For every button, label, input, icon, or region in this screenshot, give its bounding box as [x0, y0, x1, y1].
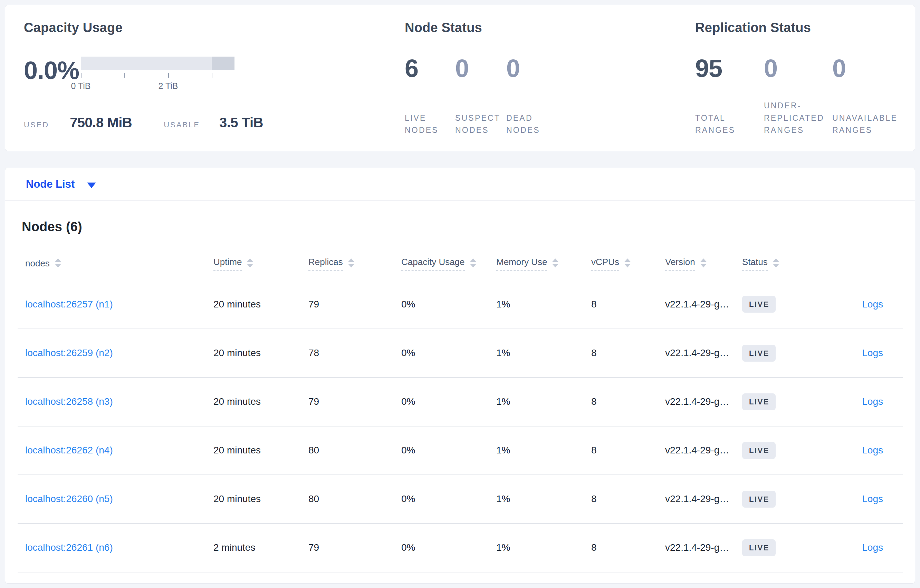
status-badge: LIVE: [742, 393, 776, 410]
uptime-cell: 20 minutes: [214, 280, 308, 329]
dead-nodes-label: DEAD NODES: [506, 112, 551, 137]
tick-1tib: [124, 73, 125, 78]
sort-arrows-icon[interactable]: [247, 258, 253, 267]
capacity-gauge: 0.0% 0 TiB 2 TiB: [24, 54, 405, 92]
column-header-version[interactable]: Version: [665, 247, 742, 280]
node-link[interactable]: localhost:26260 (n5): [25, 493, 113, 504]
logs-link[interactable]: Logs: [862, 396, 883, 407]
memory-cell: 1%: [496, 426, 591, 475]
uptime-cell: 20 minutes: [214, 426, 308, 475]
replicas-cell: 79: [308, 523, 401, 572]
node-link[interactable]: localhost:26262 (n4): [25, 445, 113, 456]
node-status-stats: 6 LIVE NODES 0 SUSPECT NODES 0 DEAD NODE…: [405, 56, 695, 137]
logs-link[interactable]: Logs: [862, 445, 883, 456]
memory-cell: 1%: [496, 378, 591, 426]
usable-label: USABLE: [164, 120, 200, 129]
status-badge: LIVE: [742, 345, 776, 362]
status-badge: LIVE: [742, 540, 776, 556]
vcpus-cell: 8: [591, 426, 665, 475]
capacity-bar: [81, 57, 235, 70]
vcpus-cell: 8: [591, 475, 665, 523]
tick-0tib: [81, 73, 81, 78]
sort-arrows-icon[interactable]: [348, 258, 354, 267]
replicas-cell: 80: [308, 426, 401, 475]
sort-arrows-icon[interactable]: [470, 258, 476, 267]
uptime-cell: 20 minutes: [214, 475, 308, 523]
caret-down-icon[interactable]: [87, 183, 96, 188]
node-list-dropdown[interactable]: Node List: [26, 178, 75, 191]
used-label: USED: [24, 120, 49, 129]
status-badge: LIVE: [742, 296, 776, 313]
vcpus-cell: 8: [591, 378, 665, 426]
capacity-metrics: USED 750.8 MiB USABLE 3.5 TiB: [24, 115, 405, 131]
version-cell: v22.1.4-29-g…: [665, 280, 742, 329]
column-header-uptime[interactable]: Uptime: [214, 247, 308, 280]
column-header-status[interactable]: Status: [742, 247, 821, 280]
sort-arrows-icon[interactable]: [773, 258, 779, 267]
column-header-vcpus[interactable]: vCPUs: [591, 247, 665, 280]
node-link[interactable]: localhost:26261 (n6): [25, 542, 113, 553]
tick-2tib: [168, 73, 169, 78]
live-nodes-value: 6: [405, 56, 448, 81]
uptime-cell: 20 minutes: [214, 329, 308, 378]
capacity-axis-labels: 0 TiB 2 TiB: [81, 81, 235, 92]
sort-arrows-icon[interactable]: [624, 258, 631, 267]
under-replicated-label: UNDER-REPLICATED RANGES: [764, 100, 825, 137]
logs-link[interactable]: Logs: [862, 542, 883, 553]
tick-label-0tib: 0 TiB: [71, 81, 91, 91]
view-selector-bar: Node List: [5, 168, 915, 201]
table-row: localhost:26261 (n6) 2 minutes 79 0% 1% …: [18, 523, 903, 572]
sort-arrows-icon[interactable]: [552, 258, 559, 267]
column-header-capacity-usage[interactable]: Capacity Usage: [401, 247, 496, 280]
memory-cell: 1%: [496, 280, 591, 329]
capacity-cell: 0%: [401, 329, 496, 378]
vcpus-cell: 8: [591, 280, 665, 329]
dead-nodes-stat: 0 DEAD NODES: [506, 56, 557, 137]
cluster-summary-card: Capacity Usage 0.0% 0 TiB 2 TiB: [5, 5, 915, 151]
nodes-table: nodes Uptime Replicas: [18, 247, 903, 572]
node-link[interactable]: localhost:26258 (n3): [25, 396, 113, 407]
table-row: localhost:26262 (n4) 20 minutes 80 0% 1%…: [18, 426, 903, 475]
column-header-logs: [821, 247, 903, 280]
memory-cell: 1%: [496, 523, 591, 572]
capacity-cell: 0%: [401, 523, 496, 572]
logs-link[interactable]: Logs: [862, 347, 883, 358]
capacity-bar-wrap: 0 TiB 2 TiB: [81, 54, 235, 92]
replication-stats: 95 TOTAL RANGES 0 UNDER-REPLICATED RANGE…: [695, 56, 901, 137]
uptime-cell: 20 minutes: [214, 378, 308, 426]
logs-link[interactable]: Logs: [862, 493, 883, 504]
table-row: localhost:26259 (n2) 20 minutes 78 0% 1%…: [18, 329, 903, 378]
node-status-section: Node Status 6 LIVE NODES 0 SUSPECT NODES…: [405, 20, 695, 151]
live-nodes-label: LIVE NODES: [405, 112, 448, 137]
column-header-memory-use[interactable]: Memory Use: [496, 247, 591, 280]
overview-page: Capacity Usage 0.0% 0 TiB 2 TiB: [0, 0, 920, 588]
version-cell: v22.1.4-29-g…: [665, 426, 742, 475]
replicas-cell: 79: [308, 280, 401, 329]
node-link[interactable]: localhost:26259 (n2): [25, 347, 113, 358]
replication-status-title: Replication Status: [695, 20, 901, 35]
replicas-cell: 78: [308, 329, 401, 378]
replicas-cell: 79: [308, 378, 401, 426]
logs-link[interactable]: Logs: [862, 299, 883, 310]
sort-arrows-icon[interactable]: [700, 258, 706, 267]
replication-status-section: Replication Status 95 TOTAL RANGES 0 UND…: [695, 20, 901, 151]
vcpus-cell: 8: [591, 523, 665, 572]
version-cell: v22.1.4-29-g…: [665, 378, 742, 426]
used-value: 750.8 MiB: [70, 115, 132, 131]
tick-label-2tib: 2 TiB: [159, 81, 178, 91]
column-header-nodes[interactable]: nodes: [18, 247, 214, 280]
capacity-cell: 0%: [401, 426, 496, 475]
node-list-card: Node List Nodes (6) nodes: [5, 168, 915, 583]
nodes-count-heading: Nodes (6): [22, 220, 915, 234]
node-status-title: Node Status: [405, 20, 695, 35]
unavailable-ranges-label: UNAVAILABLE RANGES: [832, 112, 894, 137]
node-link[interactable]: localhost:26257 (n1): [25, 299, 113, 310]
dead-nodes-value: 0: [506, 56, 551, 81]
table-row: localhost:26260 (n5) 20 minutes 80 0% 1%…: [18, 475, 903, 523]
status-badge: LIVE: [742, 491, 776, 507]
unavailable-ranges-value: 0: [832, 56, 894, 81]
column-header-replicas[interactable]: Replicas: [308, 247, 401, 280]
live-nodes-stat: 6 LIVE NODES: [405, 56, 455, 137]
sort-arrows-icon[interactable]: [55, 258, 61, 267]
memory-cell: 1%: [496, 329, 591, 378]
